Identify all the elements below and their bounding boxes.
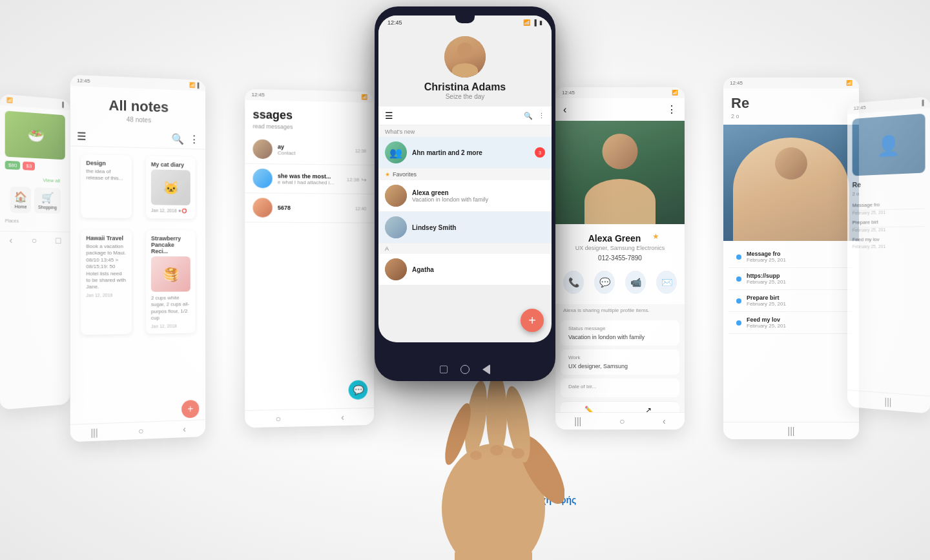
notes-screen: 12:45 📶▐ All notes 48 notes ☰ 🔍 ⋮ Design…: [70, 75, 205, 442]
message-button[interactable]: 💬: [594, 271, 615, 294]
status-value: Vacation in london with family: [568, 334, 672, 340]
detail-dob-section: Date of bir...: [561, 379, 679, 397]
notes-nav-bars[interactable]: |||: [90, 427, 98, 438]
touch-area-label: Περιοχή αφής: [517, 495, 576, 505]
cd-nav-home[interactable]: ○: [619, 416, 625, 426]
status-label: Status message: [568, 326, 672, 331]
lindsey-name: Lindsey Smith: [412, 224, 545, 231]
phone-nav-home[interactable]: [460, 365, 470, 374]
fr-item-3[interactable]: Feed my lov: [852, 234, 925, 244]
partial-avatar-2: [253, 169, 272, 189]
messages-partial-screen: 12:45 📶 ssages read messages ay Contact …: [245, 89, 374, 428]
phone-nav-bars[interactable]: [440, 366, 448, 373]
profile-name: Christina Adams: [378, 81, 552, 93]
note-card-cat[interactable]: My cat diary 🐱 Jan 12, 2018 ★⭕: [146, 156, 196, 219]
partial-msg-item-3[interactable]: 5678 12:40: [245, 193, 374, 223]
phone-nav-back[interactable]: [482, 364, 490, 375]
group-chat-name: Ahn martin and 2 more: [412, 149, 535, 156]
messages-toolbar: ☰ 🔍 ⋮: [378, 107, 552, 125]
grid-item-home[interactable]: 🏠 Home: [10, 187, 31, 213]
right-title: Re: [723, 88, 859, 113]
right-item-1[interactable]: Message fro February 25, 201: [728, 246, 854, 268]
notes-nav-home[interactable]: ○: [138, 426, 143, 436]
right-item-3[interactable]: Prepare birt February 25, 201: [728, 290, 854, 312]
partial-time-2: 12:38: [347, 176, 360, 182]
note-card-pancake[interactable]: Strawberry Pancake Reci... 🥞 2 cups whit…: [146, 230, 196, 333]
right-name-1: Message fro: [747, 251, 846, 257]
fr-subtitle: 2 o: [852, 189, 925, 197]
detail-more-icon[interactable]: ⋮: [666, 103, 677, 116]
detail-subtitle: UX designer, Samsung Electronics: [555, 245, 685, 254]
sharing-text: Alexa is sharing multiple profile items.: [555, 304, 685, 316]
dob-label: Date of bir...: [568, 384, 672, 389]
partial-preview-1: Contact: [278, 150, 355, 157]
notes-nav-back[interactable]: ‹: [183, 424, 186, 434]
partial-msg-item-1[interactable]: ay Contact 12:38: [245, 134, 374, 165]
menu-icon[interactable]: ☰: [385, 110, 393, 121]
group-chat-item[interactable]: 👥 Ahn martin and 2 more 3: [378, 137, 552, 169]
right-list: Message fro February 25, 201 https://sup…: [723, 241, 859, 339]
phone-body: 12:45 📶 ▐ ▮ Christina Adams Seize th: [375, 6, 555, 381]
note-hawaii-title: Hawaii Travel: [86, 235, 127, 242]
grid-item-shopping[interactable]: 🛒 Shopping: [34, 187, 61, 214]
contact-alexa[interactable]: Alexa green Vacation in london with fami…: [378, 180, 552, 212]
search-icon[interactable]: 🔍: [524, 112, 533, 120]
partial-msg-item-2[interactable]: she was the most... e what I had attache…: [245, 164, 374, 194]
video-button[interactable]: 📹: [625, 271, 646, 294]
notes-fab[interactable]: +: [181, 400, 199, 419]
partial-avatar-3: [253, 198, 272, 217]
right-name-4: Feed my lov: [747, 316, 846, 323]
note-pancake-date: Jan 12, 2018: [151, 323, 191, 328]
note-card-design[interactable]: Design the idea of release of this...: [81, 154, 132, 218]
lc-nav-back[interactable]: ‹: [341, 412, 344, 422]
note-card-hawaii[interactable]: Hawaii Travel Book a vacation package to…: [81, 229, 132, 335]
fr-item-2[interactable]: Prepare birt: [852, 216, 925, 228]
work-label: Work: [568, 355, 672, 360]
contact-detail-screen: 12:45 📶 ‹ ⋮ Alexa Green ★ UX design: [555, 87, 685, 430]
compose-fab[interactable]: +: [521, 309, 544, 332]
battery-icon: ▮: [539, 19, 542, 26]
cd-status: 12:45 📶: [555, 87, 685, 98]
notes-search-icon[interactable]: 🔍: [171, 132, 184, 145]
far-left-signal: ▐: [60, 101, 63, 107]
right-item-4[interactable]: Feed my lov February 25, 201: [728, 312, 854, 334]
notes-signal: 📶▐: [189, 82, 199, 88]
far-left-nav-home[interactable]: ○: [32, 235, 37, 245]
center-phone: 12:45 📶 ▐ ▮ Christina Adams Seize th: [375, 6, 555, 381]
partial-time-1: 12:38: [355, 149, 366, 153]
contact-detail-header: 12:45 📶 ‹ ⋮ Alexa Green ★ UX design: [555, 87, 685, 304]
phone-time: 12:45: [388, 19, 402, 26]
messages-chat-fab[interactable]: 💬: [349, 380, 368, 400]
more-icon[interactable]: ⋮: [538, 112, 545, 120]
price-badge-2: $3: [23, 161, 35, 171]
far-left-screen: 📶 ▐ 🥗 $80 $3 View all 🏠 Home 🛒 Shopping …: [0, 94, 70, 410]
grid-home-label: Home: [14, 204, 27, 209]
fr-date-2: February 25, 201: [852, 227, 925, 233]
fr-nav-bars[interactable]: |||: [885, 397, 892, 408]
fr-date-3: February 25, 201: [852, 244, 925, 249]
contact-lindsey[interactable]: Lindsey Smith: [378, 212, 552, 244]
right-dot-3: [736, 298, 741, 304]
rs-nav-bars[interactable]: |||: [788, 426, 795, 436]
right-item-2[interactable]: https://supp February 25, 201: [728, 268, 854, 290]
far-left-nav-recent[interactable]: □: [56, 235, 61, 245]
call-button[interactable]: 📞: [563, 271, 584, 294]
note-design-title: Design: [86, 160, 127, 167]
touch-area-annotation: Περιοχή αφής: [517, 495, 576, 505]
detail-back-icon[interactable]: ‹: [563, 104, 566, 116]
cd-nav-bars[interactable]: |||: [574, 416, 581, 426]
notes-more-icon[interactable]: ⋮: [189, 133, 200, 145]
cd-nav-back[interactable]: ‹: [663, 416, 666, 426]
email-button[interactable]: ✉️: [656, 271, 677, 294]
far-left-nav-back[interactable]: ‹: [10, 235, 13, 245]
lc-nav-home[interactable]: ○: [276, 413, 282, 424]
favorites-label: Favorites: [393, 171, 417, 178]
notes-menu-icon[interactable]: ☰: [77, 130, 86, 143]
detail-name: Alexa Green: [581, 228, 649, 245]
contact-agatha[interactable]: Agatha: [378, 254, 552, 285]
agatha-name: Agatha: [412, 266, 545, 273]
category-grid: 🏠 Home 🛒 Shopping: [5, 183, 65, 217]
cd-signal: 📶: [672, 90, 678, 96]
lc-time: 12:45: [251, 92, 264, 98]
right-date-4: February 25, 201: [747, 323, 846, 329]
